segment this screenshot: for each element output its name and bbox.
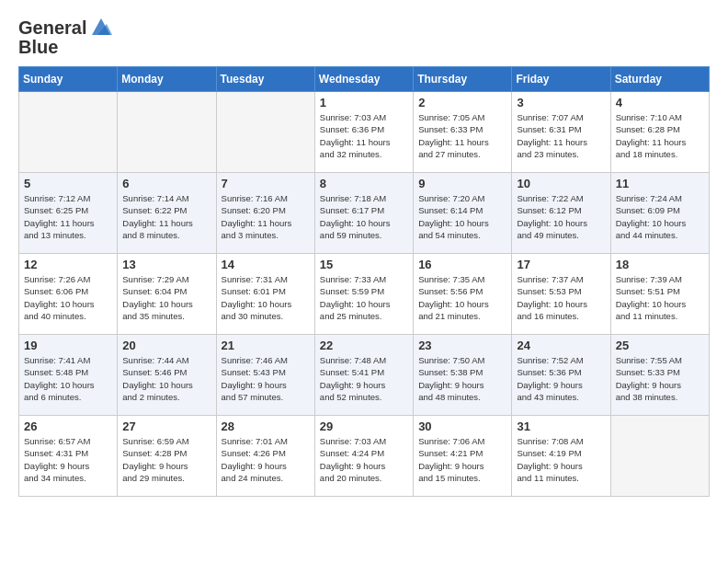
calendar-cell: 30Sunrise: 7:06 AM Sunset: 4:21 PM Dayli… [414, 416, 512, 497]
day-info: Sunrise: 7:39 AM Sunset: 5:51 PM Dayligh… [616, 273, 704, 322]
day-info: Sunrise: 7:33 AM Sunset: 5:59 PM Dayligh… [320, 273, 408, 322]
day-number: 2 [418, 96, 506, 109]
day-info: Sunrise: 7:31 AM Sunset: 6:01 PM Dayligh… [222, 273, 310, 322]
day-number: 15 [320, 258, 408, 271]
calendar: SundayMondayTuesdayWednesdayThursdayFrid… [18, 66, 710, 497]
calendar-cell: 25Sunrise: 7:55 AM Sunset: 5:33 PM Dayli… [610, 335, 709, 416]
day-number: 8 [320, 177, 408, 190]
day-number: 12 [24, 258, 112, 271]
day-number: 1 [320, 96, 408, 109]
day-info: Sunrise: 7:37 AM Sunset: 5:53 PM Dayligh… [517, 273, 605, 322]
calendar-cell: 9Sunrise: 7:20 AM Sunset: 6:14 PM Daylig… [414, 173, 512, 254]
day-info: Sunrise: 7:44 AM Sunset: 5:46 PM Dayligh… [122, 354, 210, 403]
col-header-thursday: Thursday [414, 67, 512, 92]
day-number: 29 [320, 419, 408, 433]
day-info: Sunrise: 7:20 AM Sunset: 6:14 PM Dayligh… [418, 192, 506, 241]
col-header-wednesday: Wednesday [314, 67, 413, 92]
header: General Blue [18, 15, 710, 57]
col-header-monday: Monday [118, 67, 216, 92]
calendar-cell: 6Sunrise: 7:14 AM Sunset: 6:22 PM Daylig… [118, 173, 216, 254]
calendar-cell [610, 416, 709, 497]
calendar-cell: 21Sunrise: 7:46 AM Sunset: 5:43 PM Dayli… [216, 335, 314, 416]
day-info: Sunrise: 7:12 AM Sunset: 6:25 PM Dayligh… [24, 192, 112, 241]
day-number: 17 [517, 258, 605, 271]
day-number: 26 [24, 419, 112, 433]
week-row-5: 26Sunrise: 6:57 AM Sunset: 4:31 PM Dayli… [19, 416, 710, 497]
day-info: Sunrise: 7:05 AM Sunset: 6:33 PM Dayligh… [418, 111, 506, 160]
day-info: Sunrise: 7:06 AM Sunset: 4:21 PM Dayligh… [418, 435, 506, 484]
calendar-header-row: SundayMondayTuesdayWednesdayThursdayFrid… [19, 67, 710, 92]
calendar-cell: 23Sunrise: 7:50 AM Sunset: 5:38 PM Dayli… [414, 335, 512, 416]
calendar-cell: 27Sunrise: 6:59 AM Sunset: 4:28 PM Dayli… [118, 416, 216, 497]
week-row-3: 12Sunrise: 7:26 AM Sunset: 6:06 PM Dayli… [19, 254, 710, 335]
logo-blue: Blue [18, 37, 58, 57]
calendar-cell: 13Sunrise: 7:29 AM Sunset: 6:04 PM Dayli… [118, 254, 216, 335]
day-info: Sunrise: 7:26 AM Sunset: 6:06 PM Dayligh… [24, 273, 112, 322]
day-number: 4 [616, 96, 704, 109]
calendar-cell: 14Sunrise: 7:31 AM Sunset: 6:01 PM Dayli… [216, 254, 314, 335]
day-number: 18 [616, 258, 704, 271]
day-info: Sunrise: 7:48 AM Sunset: 5:41 PM Dayligh… [320, 354, 408, 403]
day-info: Sunrise: 7:50 AM Sunset: 5:38 PM Dayligh… [418, 354, 506, 403]
day-info: Sunrise: 7:03 AM Sunset: 6:36 PM Dayligh… [320, 111, 408, 160]
day-info: Sunrise: 6:59 AM Sunset: 4:28 PM Dayligh… [122, 435, 210, 484]
day-number: 19 [24, 339, 112, 352]
day-number: 27 [122, 419, 210, 433]
day-number: 9 [418, 177, 506, 190]
day-info: Sunrise: 6:57 AM Sunset: 4:31 PM Dayligh… [24, 435, 112, 484]
calendar-cell [19, 92, 118, 173]
day-info: Sunrise: 7:29 AM Sunset: 6:04 PM Dayligh… [122, 273, 210, 322]
calendar-cell: 8Sunrise: 7:18 AM Sunset: 6:17 PM Daylig… [314, 173, 413, 254]
calendar-cell: 26Sunrise: 6:57 AM Sunset: 4:31 PM Dayli… [19, 416, 118, 497]
day-info: Sunrise: 7:22 AM Sunset: 6:12 PM Dayligh… [517, 192, 605, 241]
day-number: 6 [122, 177, 210, 190]
day-info: Sunrise: 7:46 AM Sunset: 5:43 PM Dayligh… [222, 354, 310, 403]
day-number: 24 [517, 339, 605, 352]
calendar-cell: 18Sunrise: 7:39 AM Sunset: 5:51 PM Dayli… [610, 254, 709, 335]
logo: General Blue [18, 15, 114, 57]
day-number: 10 [517, 177, 605, 190]
day-info: Sunrise: 7:14 AM Sunset: 6:22 PM Dayligh… [122, 192, 210, 241]
calendar-cell: 3Sunrise: 7:07 AM Sunset: 6:31 PM Daylig… [512, 92, 610, 173]
week-row-1: 1Sunrise: 7:03 AM Sunset: 6:36 PM Daylig… [19, 92, 710, 173]
day-info: Sunrise: 7:08 AM Sunset: 4:19 PM Dayligh… [517, 435, 605, 484]
calendar-cell: 12Sunrise: 7:26 AM Sunset: 6:06 PM Dayli… [19, 254, 118, 335]
day-info: Sunrise: 7:18 AM Sunset: 6:17 PM Dayligh… [320, 192, 408, 241]
day-info: Sunrise: 7:03 AM Sunset: 4:24 PM Dayligh… [320, 435, 408, 484]
day-number: 22 [320, 339, 408, 352]
calendar-cell: 28Sunrise: 7:01 AM Sunset: 4:26 PM Dayli… [216, 416, 314, 497]
col-header-tuesday: Tuesday [216, 67, 314, 92]
calendar-cell: 31Sunrise: 7:08 AM Sunset: 4:19 PM Dayli… [512, 416, 610, 497]
day-number: 21 [222, 339, 310, 352]
calendar-cell: 19Sunrise: 7:41 AM Sunset: 5:48 PM Dayli… [19, 335, 118, 416]
day-info: Sunrise: 7:10 AM Sunset: 6:28 PM Dayligh… [616, 111, 704, 160]
calendar-cell: 22Sunrise: 7:48 AM Sunset: 5:41 PM Dayli… [314, 335, 413, 416]
day-info: Sunrise: 7:52 AM Sunset: 5:36 PM Dayligh… [517, 354, 605, 403]
logo-icon [88, 15, 114, 40]
calendar-cell: 11Sunrise: 7:24 AM Sunset: 6:09 PM Dayli… [610, 173, 709, 254]
calendar-cell: 2Sunrise: 7:05 AM Sunset: 6:33 PM Daylig… [414, 92, 512, 173]
day-info: Sunrise: 7:35 AM Sunset: 5:56 PM Dayligh… [418, 273, 506, 322]
calendar-cell: 20Sunrise: 7:44 AM Sunset: 5:46 PM Dayli… [118, 335, 216, 416]
day-number: 25 [616, 339, 704, 352]
day-number: 7 [222, 177, 310, 190]
day-number: 13 [122, 258, 210, 271]
week-row-4: 19Sunrise: 7:41 AM Sunset: 5:48 PM Dayli… [19, 335, 710, 416]
day-number: 14 [222, 258, 310, 271]
day-info: Sunrise: 7:55 AM Sunset: 5:33 PM Dayligh… [616, 354, 704, 403]
day-number: 3 [517, 96, 605, 109]
day-number: 28 [222, 419, 310, 433]
col-header-friday: Friday [512, 67, 610, 92]
day-info: Sunrise: 7:16 AM Sunset: 6:20 PM Dayligh… [222, 192, 310, 241]
logo-general: General [18, 17, 86, 38]
day-number: 16 [418, 258, 506, 271]
calendar-cell: 4Sunrise: 7:10 AM Sunset: 6:28 PM Daylig… [610, 92, 709, 173]
day-info: Sunrise: 7:24 AM Sunset: 6:09 PM Dayligh… [616, 192, 704, 241]
day-info: Sunrise: 7:01 AM Sunset: 4:26 PM Dayligh… [222, 435, 310, 484]
calendar-cell: 15Sunrise: 7:33 AM Sunset: 5:59 PM Dayli… [314, 254, 413, 335]
calendar-cell: 16Sunrise: 7:35 AM Sunset: 5:56 PM Dayli… [414, 254, 512, 335]
calendar-cell: 7Sunrise: 7:16 AM Sunset: 6:20 PM Daylig… [216, 173, 314, 254]
day-number: 31 [517, 419, 605, 433]
col-header-sunday: Sunday [19, 67, 118, 92]
calendar-cell: 29Sunrise: 7:03 AM Sunset: 4:24 PM Dayli… [314, 416, 413, 497]
